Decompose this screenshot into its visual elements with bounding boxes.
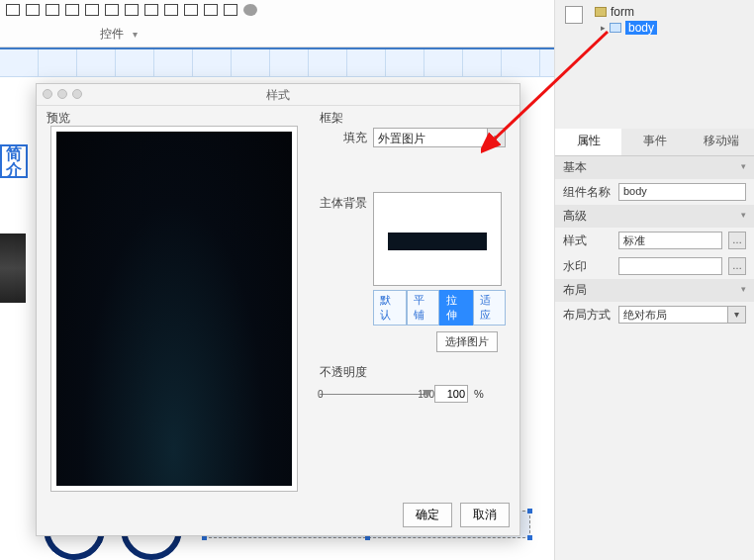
component-icon	[610, 23, 621, 33]
opacity-row: 0 100 %	[320, 385, 506, 403]
outline-panel: form ▸ body	[554, 0, 754, 129]
fill-select[interactable]: 外置图片 ▾	[373, 128, 506, 147]
tool-icon[interactable]	[243, 4, 257, 16]
tab-mobile[interactable]: 移动端	[688, 129, 754, 155]
canvas-grid-header	[0, 49, 554, 77]
tree-node-form[interactable]: form	[595, 4, 657, 20]
chevron-right-icon: ▸	[601, 23, 606, 33]
style-input[interactable]: 标准	[618, 232, 722, 249]
watermark-input[interactable]	[618, 257, 722, 275]
tool-icon[interactable]	[144, 4, 158, 16]
frame-section-label: 框架	[320, 110, 343, 127]
tab-attributes[interactable]: 属性	[555, 129, 621, 155]
style-label: 样式	[563, 233, 613, 249]
chevron-down-icon: ▾	[727, 307, 745, 323]
opacity-label: 不透明度	[320, 364, 506, 381]
bg-mode-tile-button[interactable]: 平铺	[407, 290, 440, 326]
section-layout-header[interactable]: 布局▾	[555, 279, 754, 302]
body-bg-swatch	[388, 233, 487, 250]
style-more-button[interactable]: …	[728, 232, 746, 249]
canvas-side-title[interactable]: 简介	[0, 144, 28, 178]
section-basic-header[interactable]: 基本▾	[555, 156, 754, 179]
tree-node-label: body	[625, 21, 657, 35]
tool-icon[interactable]	[65, 4, 79, 16]
percent-label: %	[474, 388, 484, 400]
dialog-title: 样式	[37, 87, 519, 104]
tool-icon[interactable]	[184, 4, 198, 16]
layout-mode-select[interactable]: 绝对布局 ▾	[618, 306, 746, 324]
preview-image	[56, 132, 292, 486]
properties-panel: 属性 事件 移动端 基本▾ 组件名称 body 高级▾ 样式 标准 … 水印 ……	[554, 129, 754, 560]
choose-image-button[interactable]: 选择图片	[436, 331, 498, 352]
dialog-footer: 确定 取消	[403, 503, 510, 527]
tool-icon[interactable]	[164, 4, 178, 16]
tab-events[interactable]: 事件	[621, 129, 688, 155]
top-toolbar: 控件 ▾	[0, 0, 554, 47]
chevron-down-icon: ▾	[487, 129, 505, 146]
tool-icon[interactable]	[6, 4, 20, 16]
chevron-down-icon: ▾	[133, 29, 138, 40]
cancel-button[interactable]: 取消	[460, 503, 510, 527]
tree-node-label: form	[611, 5, 634, 19]
watermark-more-button[interactable]: …	[728, 257, 746, 275]
body-bg-label: 主体背景	[320, 195, 373, 212]
body-bg-preview[interactable]	[373, 192, 502, 286]
opacity-slider[interactable]: 0 100	[320, 387, 428, 401]
folder-icon	[595, 7, 607, 17]
canvas-side-image[interactable]	[0, 233, 26, 303]
opacity-input[interactable]	[434, 385, 468, 403]
dialog-titlebar[interactable]: 样式	[37, 84, 519, 106]
toolbar-category-dropdown[interactable]: 控件 ▾	[59, 26, 178, 43]
bg-mode-buttons: 默认 平铺 拉伸 适应	[373, 290, 506, 326]
slider-thumb-icon[interactable]	[423, 390, 432, 398]
component-name-label: 组件名称	[563, 184, 613, 201]
bg-mode-fit-button[interactable]: 适应	[473, 290, 507, 326]
watermark-label: 水印	[563, 258, 613, 275]
chevron-down-icon: ▾	[741, 161, 746, 171]
layout-mode-label: 布局方式	[563, 307, 613, 324]
bg-mode-default-button[interactable]: 默认	[373, 290, 407, 326]
component-name-input[interactable]: body	[618, 183, 746, 201]
tool-icon[interactable]	[224, 4, 237, 16]
outline-toggle-button[interactable]	[565, 6, 583, 24]
slider-min-label: 0	[318, 389, 324, 400]
ok-button[interactable]: 确定	[403, 503, 452, 527]
tool-icon[interactable]	[46, 4, 59, 16]
tool-icon[interactable]	[105, 4, 119, 16]
bg-mode-stretch-button[interactable]: 拉伸	[439, 290, 473, 326]
style-dialog: 样式 预览 框架 填充 外置图片 ▾ 主体背景 默认 平铺 拉伸 适应 选择图片…	[36, 83, 520, 536]
fill-label: 填充	[320, 130, 373, 146]
frame-settings: 填充 外置图片 ▾ 主体背景 默认 平铺 拉伸 适应 选择图片 不透明度 0 1…	[320, 128, 506, 403]
properties-tabs: 属性 事件 移动端	[555, 129, 754, 156]
tool-icon[interactable]	[204, 4, 218, 16]
preview-section-label: 预览	[47, 110, 70, 127]
chevron-down-icon: ▾	[741, 210, 746, 220]
component-tree: form ▸ body	[595, 4, 657, 36]
section-advanced-header[interactable]: 高级▾	[555, 205, 754, 228]
chevron-down-icon: ▾	[741, 284, 746, 294]
fill-select-value: 外置图片	[378, 132, 425, 145]
tool-icon[interactable]	[85, 4, 99, 16]
tool-icon[interactable]	[26, 4, 40, 16]
preview-box	[50, 126, 298, 492]
tree-node-body[interactable]: ▸ body	[601, 20, 657, 36]
tool-icon[interactable]	[125, 4, 139, 16]
toolbar-icon-row	[0, 0, 554, 18]
toolbar-category-label: 控件	[100, 27, 124, 41]
